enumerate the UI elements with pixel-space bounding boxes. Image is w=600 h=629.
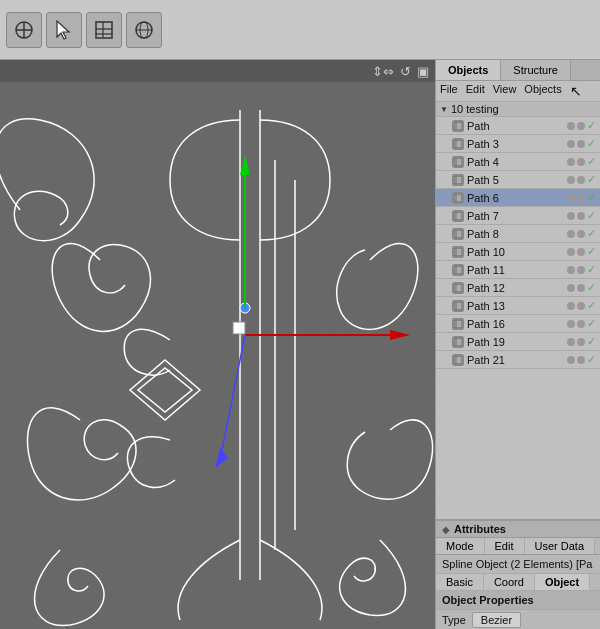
- list-item[interactable]: Path 16✓: [436, 315, 600, 333]
- checkmark-icon[interactable]: ✓: [587, 263, 596, 276]
- checkmark-icon[interactable]: ✓: [587, 191, 596, 204]
- viewport-rotate-icon[interactable]: ↺: [400, 64, 411, 79]
- dot-gray[interactable]: [567, 176, 575, 184]
- dot-gray2[interactable]: [577, 338, 585, 346]
- chain-icon: [452, 120, 464, 132]
- dot-gray[interactable]: [567, 122, 575, 130]
- dot-gray[interactable]: [567, 338, 575, 346]
- list-item[interactable]: Path 7✓: [436, 207, 600, 225]
- checkmark-icon[interactable]: ✓: [587, 353, 596, 366]
- globe-tool-btn[interactable]: [126, 12, 162, 48]
- checkmark-icon[interactable]: ✓: [587, 209, 596, 222]
- dot-gray[interactable]: [567, 302, 575, 310]
- obj-name: Path 11: [467, 264, 564, 276]
- dot-gray[interactable]: [567, 320, 575, 328]
- dot-gray2[interactable]: [577, 266, 585, 274]
- select-tool-btn[interactable]: [46, 12, 82, 48]
- checkmark-icon[interactable]: ✓: [587, 281, 596, 294]
- dot-gray2[interactable]: [577, 320, 585, 328]
- type-label: Type: [442, 614, 466, 626]
- obj-name: Path 16: [467, 318, 564, 330]
- checkmark-icon[interactable]: ✓: [587, 173, 596, 186]
- checkmark-icon[interactable]: ✓: [587, 119, 596, 132]
- dot-gray2[interactable]: [577, 284, 585, 292]
- obj-name: Path: [467, 120, 564, 132]
- list-item[interactable]: Path✓: [436, 117, 600, 135]
- dot-gray[interactable]: [567, 266, 575, 274]
- dot-gray[interactable]: [567, 140, 575, 148]
- list-item[interactable]: Path 12✓: [436, 279, 600, 297]
- right-panel: Objects Structure File Edit View Objects…: [435, 60, 600, 629]
- svg-rect-14: [233, 322, 245, 334]
- dot-gray2[interactable]: [577, 140, 585, 148]
- attr-tab-mode[interactable]: Mode: [436, 538, 485, 554]
- checkmark-icon[interactable]: ✓: [587, 155, 596, 168]
- attr-sub-tab-basic[interactable]: Basic: [436, 574, 484, 590]
- menu-edit[interactable]: Edit: [466, 83, 485, 99]
- list-item[interactable]: Path 8✓: [436, 225, 600, 243]
- dot-gray2[interactable]: [577, 122, 585, 130]
- menu-view[interactable]: View: [493, 83, 517, 99]
- svg-rect-27: [454, 176, 462, 184]
- checkmark-icon[interactable]: ✓: [587, 317, 596, 330]
- dot-gray2[interactable]: [577, 176, 585, 184]
- attr-sub-tab-object[interactable]: Object: [535, 574, 590, 590]
- attr-sub-tab-coord[interactable]: Coord: [484, 574, 535, 590]
- dot-gray2[interactable]: [577, 194, 585, 202]
- obj-name: Path 21: [467, 354, 564, 366]
- checkmark-icon[interactable]: ✓: [587, 299, 596, 312]
- type-value[interactable]: Bezier: [472, 612, 521, 628]
- dot-gray2[interactable]: [577, 356, 585, 364]
- list-item[interactable]: Path 13✓: [436, 297, 600, 315]
- list-item[interactable]: Path 21✓: [436, 351, 600, 369]
- obj-name: Path 13: [467, 300, 564, 312]
- checkmark-icon[interactable]: ✓: [587, 245, 596, 258]
- dot-col: ✓: [567, 155, 596, 168]
- chain-icon: [452, 228, 464, 240]
- list-item[interactable]: Path 3✓: [436, 135, 600, 153]
- svg-rect-33: [454, 230, 462, 238]
- dot-gray[interactable]: [567, 158, 575, 166]
- tab-objects[interactable]: Objects: [436, 60, 501, 80]
- svg-rect-35: [454, 248, 462, 256]
- dot-gray2[interactable]: [577, 248, 585, 256]
- list-item[interactable]: Path 4✓: [436, 153, 600, 171]
- list-item[interactable]: Path 11✓: [436, 261, 600, 279]
- dot-gray[interactable]: [567, 230, 575, 238]
- chain-icon: [452, 138, 464, 150]
- dot-gray[interactable]: [567, 194, 575, 202]
- list-item[interactable]: Path 6✓: [436, 189, 600, 207]
- checkmark-icon[interactable]: ✓: [587, 137, 596, 150]
- dot-gray2[interactable]: [577, 158, 585, 166]
- viewport[interactable]: ⇕⇔ ↺ ▣: [0, 60, 435, 629]
- dot-gray[interactable]: [567, 248, 575, 256]
- obj-name: Path 6: [467, 192, 564, 204]
- objects-list[interactable]: ▼ 10 testing Path✓Path 3✓Path 4✓Path 5✓P…: [436, 102, 600, 519]
- viewport-settings-icon[interactable]: ▣: [417, 64, 429, 79]
- tab-structure[interactable]: Structure: [501, 60, 571, 80]
- dot-gray2[interactable]: [577, 212, 585, 220]
- dot-gray[interactable]: [567, 356, 575, 364]
- attr-tab-userdata[interactable]: User Data: [525, 538, 596, 554]
- dot-col: ✓: [567, 299, 596, 312]
- checkmark-icon[interactable]: ✓: [587, 227, 596, 240]
- list-item[interactable]: Path 10✓: [436, 243, 600, 261]
- group-name: 10 testing: [451, 103, 596, 115]
- list-item[interactable]: Path 19✓: [436, 333, 600, 351]
- table-tool-btn[interactable]: [86, 12, 122, 48]
- dot-gray[interactable]: [567, 284, 575, 292]
- checkmark-icon[interactable]: ✓: [587, 335, 596, 348]
- object-tool-btn[interactable]: [6, 12, 42, 48]
- obj-name: Path 10: [467, 246, 564, 258]
- dot-gray2[interactable]: [577, 302, 585, 310]
- chain-icon: [452, 264, 464, 276]
- dot-gray[interactable]: [567, 212, 575, 220]
- list-item[interactable]: Path 5✓: [436, 171, 600, 189]
- attr-tab-edit[interactable]: Edit: [485, 538, 525, 554]
- viewport-move-icon[interactable]: ⇕⇔: [372, 64, 394, 79]
- group-header[interactable]: ▼ 10 testing: [436, 102, 600, 117]
- chain-icon: [452, 336, 464, 348]
- menu-objects[interactable]: Objects: [524, 83, 561, 99]
- menu-file[interactable]: File: [440, 83, 458, 99]
- dot-gray2[interactable]: [577, 230, 585, 238]
